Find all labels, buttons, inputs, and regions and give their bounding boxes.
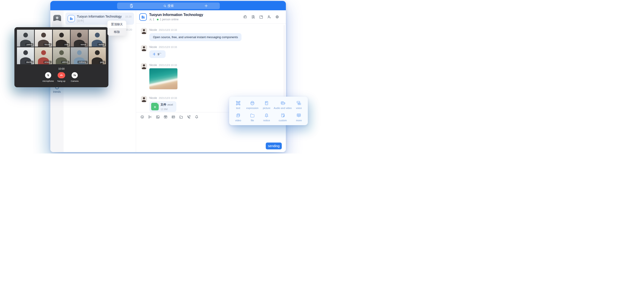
popup-label: notice (263, 119, 270, 122)
screenshot-scissors-icon[interactable] (148, 115, 152, 119)
voice-bubble[interactable]: 9`` (149, 50, 166, 58)
popup-item-notice[interactable]: notice (260, 112, 274, 123)
popup-item-voice[interactable]: voice (292, 99, 306, 111)
hang-up-icon (60, 73, 63, 77)
sender-avatar[interactable] (141, 96, 147, 102)
video-tile[interactable]: Nicole (35, 30, 52, 47)
sender-avatar[interactable] (141, 45, 147, 51)
mic-off-icon (47, 74, 50, 77)
participant-name: Nicole (44, 43, 52, 46)
popup-item-video[interactable]: video (231, 112, 245, 123)
video-tile[interactable]: gary (89, 47, 106, 64)
add-member-icon[interactable] (267, 15, 271, 19)
participant-name: patton (26, 43, 34, 46)
popup-item-expression[interactable]: expression (245, 99, 259, 111)
building-icon (69, 17, 73, 20)
popup-label: file (251, 119, 254, 122)
hangup-control: hang up (55, 72, 68, 82)
video-tile[interactable]: Anthony (71, 47, 88, 64)
online-status: 1 person online (160, 18, 178, 21)
popup-item-text[interactable]: text (231, 99, 245, 111)
voice-duration: 9`` (158, 52, 162, 56)
voice-wave-icon (152, 52, 156, 56)
popup-label: expression (246, 107, 258, 109)
video-tile[interactable]: stellar (89, 30, 106, 47)
video-call-window: patton Nicole zoie venus stellar danika … (14, 27, 108, 87)
emoji-icon[interactable] (140, 115, 144, 119)
picture-icon (264, 100, 269, 106)
popup-item-picture[interactable]: picture (260, 99, 274, 111)
video-icon (236, 113, 241, 118)
popup-item-audio-video[interactable]: Audio and video (274, 99, 292, 111)
group-file-icon[interactable] (259, 15, 263, 19)
file-message-card[interactable]: ✕ 文件 .excel 12.8M (149, 101, 176, 112)
microphone-mute-button[interactable] (45, 72, 51, 78)
members-icon (149, 18, 152, 21)
file-search-icon[interactable] (251, 15, 255, 19)
participant-name: Anthony (78, 61, 87, 63)
popup-label: Audio and video (274, 107, 292, 109)
beach-photo-message[interactable] (149, 68, 178, 89)
sender-avatar[interactable] (141, 28, 147, 34)
video-tile[interactable]: venus (71, 30, 88, 47)
video-call-icon[interactable] (187, 115, 191, 119)
voice-icon (296, 100, 302, 106)
camera-control: Camera (68, 72, 82, 82)
popup-item-custom[interactable]: custom (274, 112, 292, 123)
sender-avatar[interactable] (141, 63, 147, 69)
popup-label: picture (263, 107, 270, 109)
message-text-content: Open source, free, and universal instant… (149, 33, 242, 41)
menu-item-remove[interactable]: 移除 (108, 28, 126, 36)
participant-name: aldrich (61, 61, 70, 63)
video-tile[interactable]: ernest (35, 47, 52, 64)
audio-video-icon (280, 100, 286, 106)
chat-header: Tuoyun Information Technology 1 1 person… (136, 10, 286, 24)
video-clapper-icon[interactable] (164, 115, 168, 119)
image-icon[interactable] (156, 115, 160, 119)
settings-gear-icon[interactable] (275, 15, 279, 19)
participant-name: gary (99, 61, 105, 63)
send-button[interactable]: sending (266, 143, 282, 149)
member-count: 1 (153, 18, 154, 21)
hang-up-label: hang up (58, 80, 65, 82)
conversation-title: Tuoyun Information Technology (77, 15, 122, 18)
camera-toggle-button[interactable] (72, 72, 78, 78)
message-time: 2021/12/3 10:33 (159, 97, 177, 99)
sender-name: Nicole (149, 28, 157, 31)
hang-up-button[interactable] (58, 72, 65, 78)
conversation-time-2: 15:20 (126, 28, 132, 31)
message-time: 2021/12/3 10:33 (159, 64, 177, 66)
notice-bell-icon (264, 113, 269, 118)
search-placeholder: 搜索 (168, 4, 174, 8)
camera-off-icon (73, 74, 76, 77)
contact-card-icon[interactable] (171, 115, 176, 119)
video-tile[interactable]: zoie (53, 30, 70, 47)
video-tile[interactable]: patton (17, 30, 34, 47)
participant-name: danika (25, 61, 34, 63)
custom-doc-icon (280, 113, 286, 118)
sender-name: Nicole (149, 45, 157, 49)
video-tile[interactable]: aldrich (53, 47, 70, 64)
file-name: 文件 (160, 103, 166, 107)
popup-label: video (235, 119, 241, 122)
folder-icon[interactable] (179, 115, 183, 119)
message-image: Nicole 2021/12/3 10:33 (141, 63, 286, 89)
file-extension: .excel (167, 103, 173, 106)
popup-item-more[interactable]: more (292, 112, 306, 123)
call-timer: 10:00 (17, 67, 106, 70)
search-input[interactable]: 搜索 (117, 2, 220, 9)
message-text: Nicole 2021/12/3 10:33 Open source, free… (141, 28, 286, 41)
video-grid: patton Nicole zoie venus stellar danika … (17, 30, 106, 64)
popup-label: voice (296, 107, 302, 109)
announcement-icon[interactable] (243, 15, 247, 19)
microphone-control: microphone (42, 72, 55, 82)
notification-bell-icon[interactable] (194, 115, 199, 119)
search-icon (163, 4, 166, 7)
add-icon[interactable] (204, 4, 208, 9)
group-avatar (68, 15, 75, 22)
menu-item-pin-chat[interactable]: 置顶聊天 (108, 20, 126, 28)
text-bubble[interactable]: Open source, free, and universal instant… (149, 33, 242, 41)
video-tile[interactable]: danika (17, 47, 34, 64)
popup-item-file[interactable]: file (245, 112, 259, 123)
building-icon (141, 15, 145, 19)
